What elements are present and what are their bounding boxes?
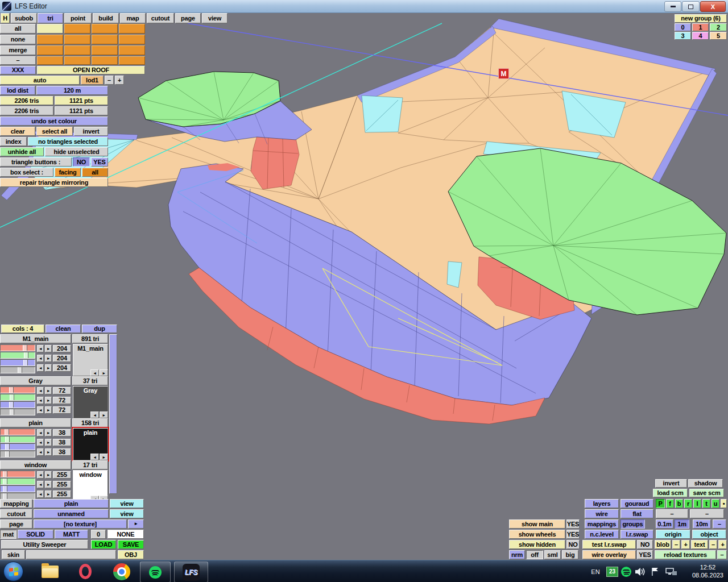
arrow-right[interactable]: ► <box>45 355 52 362</box>
btn-load-scm[interactable]: load scm <box>653 489 688 497</box>
value-plain-r[interactable]: 38 <box>53 429 71 436</box>
slider-window-l-thumb[interactable] <box>3 493 7 499</box>
arrow-left[interactable]: ◄ <box>37 471 44 479</box>
value-m1main-g[interactable]: 204 <box>53 355 71 362</box>
taskbar-chrome-button[interactable] <box>109 562 134 581</box>
value-m1main-b[interactable]: 204 <box>53 364 71 372</box>
tray-badge[interactable]: 23 <box>606 562 618 581</box>
slider-plain-r[interactable] <box>0 429 35 435</box>
btn-nclevel[interactable]: n.c.level <box>585 530 619 539</box>
btn-new-group[interactable]: new group (6) <box>675 14 727 23</box>
btn-m-dash[interactable]: – <box>713 519 726 529</box>
slider-gray-l[interactable] <box>0 409 35 415</box>
slider-m1main-r[interactable] <box>0 344 35 351</box>
slider-window-g[interactable] <box>0 478 35 485</box>
show-wheels-value[interactable]: YES <box>566 530 580 539</box>
btn-obj[interactable]: OBJ <box>118 550 144 559</box>
slider-plain-l-thumb[interactable] <box>5 451 10 457</box>
preview-next[interactable]: ► <box>100 411 108 418</box>
btn-open-roof[interactable]: OPEN ROOF <box>37 66 145 74</box>
wire-overlay-value[interactable]: YES <box>637 550 653 559</box>
tray-spotify-icon[interactable] <box>621 562 631 581</box>
subob-cell-1-0[interactable] <box>37 35 63 44</box>
btn-auto[interactable]: auto <box>0 76 80 85</box>
slider-gray-l-thumb[interactable] <box>10 409 14 415</box>
arrow-right[interactable]: ► <box>45 490 52 498</box>
tab-tri[interactable]: tri <box>38 13 63 23</box>
arrow-left[interactable]: ◄ <box>37 364 44 372</box>
colour-scrollbar[interactable] <box>109 334 117 494</box>
tray-action-center[interactable] <box>650 562 661 581</box>
btn-blob-plus[interactable]: + <box>681 540 690 549</box>
value-plain-b[interactable]: 38 <box>53 448 71 456</box>
tab-map[interactable]: map <box>120 13 146 23</box>
subob-cell-1-1[interactable] <box>64 35 90 44</box>
colour-name-plain[interactable]: plain <box>0 418 71 427</box>
value-gray-b[interactable]: 72 <box>53 406 71 414</box>
clock[interactable]: 12:52 08.06.2023 <box>692 563 723 579</box>
subob-cell-1-2[interactable] <box>92 35 118 44</box>
btn-gouraud[interactable]: gouraud <box>621 499 653 508</box>
btn-clean[interactable]: clean <box>46 325 81 333</box>
btn-layers[interactable]: layers <box>585 499 619 508</box>
subob-cell-2-2[interactable] <box>92 45 118 55</box>
btn-flat[interactable]: flat <box>621 509 653 518</box>
btn-wire-dash1[interactable]: – <box>656 509 688 518</box>
btn-invert-sel[interactable]: invert <box>74 127 108 136</box>
btn-undo-set-colour[interactable]: undo set colour <box>0 117 108 126</box>
slider-window-r[interactable] <box>0 471 35 477</box>
tab-h[interactable]: H <box>1 13 10 23</box>
btn-origin[interactable]: origin <box>656 530 690 539</box>
restore-button[interactable] <box>682 1 700 12</box>
layer-dot[interactable]: • <box>721 499 727 508</box>
btn-group-4[interactable]: 4 <box>692 32 709 40</box>
show-hidden-label[interactable]: show hidden <box>509 540 565 549</box>
slider-plain-l[interactable] <box>0 451 35 458</box>
slider-m1main-l-thumb[interactable] <box>18 367 22 373</box>
value-plain-g[interactable]: 38 <box>53 439 71 446</box>
show-hidden-value[interactable]: NO <box>566 540 580 549</box>
preview-next[interactable]: ► <box>100 369 108 376</box>
minimize-button[interactable] <box>664 1 681 12</box>
slider-plain-g-thumb[interactable] <box>5 436 10 442</box>
layer-r[interactable]: r <box>684 499 692 508</box>
slider-gray-b-thumb[interactable] <box>9 402 14 408</box>
value-window-r[interactable]: 255 <box>53 471 71 479</box>
colour-name-gray[interactable]: Gray <box>0 376 71 385</box>
arrow-right[interactable]: ► <box>45 439 52 446</box>
btn-box-facing[interactable]: facing <box>55 168 81 177</box>
tab-cutout[interactable]: cutout <box>147 13 174 23</box>
cutout-value[interactable]: unnamed <box>34 509 109 518</box>
btn-nrm[interactable]: nrm <box>509 550 525 559</box>
btn-01m[interactable]: 0.1m <box>656 519 673 529</box>
tab-view[interactable]: view <box>202 13 228 23</box>
arrow-left[interactable]: ◄ <box>37 387 44 394</box>
slider-m1main-g[interactable] <box>0 352 35 359</box>
preview-prev[interactable]: ◄ <box>90 369 99 376</box>
arrow-right[interactable]: ► <box>45 397 52 404</box>
arrow-right[interactable]: ► <box>45 471 52 479</box>
show-main-value[interactable]: YES <box>566 519 580 529</box>
layer-b[interactable]: b <box>675 499 683 508</box>
value-window-b[interactable]: 255 <box>53 490 71 498</box>
mapping-value[interactable]: plain <box>34 499 109 508</box>
subob-cell-3-3[interactable] <box>119 56 145 65</box>
tab-page[interactable]: page <box>175 13 201 23</box>
slider-m1main-l[interactable] <box>0 367 35 373</box>
tray-volume-icon[interactable] <box>635 562 646 581</box>
btn-mat-solid[interactable]: SOLID <box>18 530 53 539</box>
btn-10m[interactable]: 10m <box>693 519 711 529</box>
taskbar-spotify-button[interactable] <box>140 562 171 582</box>
slider-gray-g[interactable] <box>0 394 35 401</box>
arrow-right[interactable]: ► <box>45 387 52 394</box>
start-button[interactable] <box>3 562 23 581</box>
btn-index[interactable]: index <box>0 137 27 146</box>
subob-cell-2-1[interactable] <box>64 45 90 55</box>
btn-nrm-off[interactable]: off <box>526 550 543 559</box>
preview-next[interactable]: ► <box>100 454 108 460</box>
slider-m1main-b-thumb[interactable] <box>23 360 28 365</box>
arrow-right[interactable]: ► <box>45 364 52 372</box>
btn-all[interactable]: all <box>0 24 36 34</box>
btn-reload-dash[interactable]: – <box>717 550 727 559</box>
btn-mappings[interactable]: mappings <box>585 519 619 529</box>
